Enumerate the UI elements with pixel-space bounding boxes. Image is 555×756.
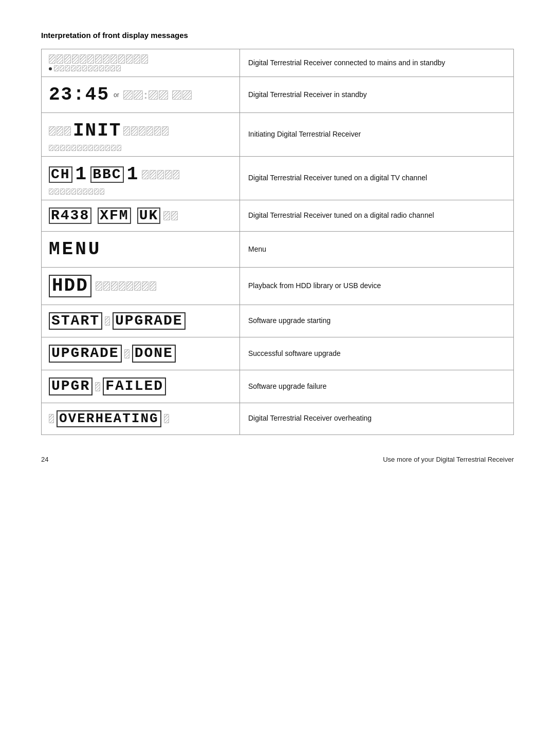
desc-cell-0: Digital Terrestrial Receiver connected t… [239,49,513,77]
display-cell-menu: MENU [42,232,240,268]
table-row: OVERHEATING Digital Terrestrial Receiver… [42,403,514,434]
display-cell-upgrade-done: UPGRADE DONE [42,337,240,370]
page-title: Interpretation of front display messages [41,31,514,40]
table-row: CH 1 BBC 1 Digital Terrestrial Rec [42,157,514,200]
table-row: UPGRADE DONE Successful software upgrade [42,337,514,370]
desc-cell-2: Initiating Digital Terrestrial Receiver [239,113,513,157]
desc-cell-9: Software upgrade failure [239,370,513,403]
table-row: R438 XFM UK Digital Terrestrial Receiver… [42,200,514,232]
desc-cell-6: Playback from HDD library or USB device [239,268,513,305]
desc-cell-5: Menu [239,232,513,268]
standby-display [49,54,232,71]
display-cell-upgr-failed: UPGR FAILED [42,370,240,403]
hdd-display: HDD [49,273,232,299]
desc-cell-10: Digital Terrestrial Receiver overheating [239,403,513,434]
display-cell-time: 23:45 or : [42,77,240,113]
display-messages-table: Digital Terrestrial Receiver connected t… [41,49,514,435]
radio-channel-display: R438 XFM UK [49,205,232,226]
desc-cell-1: Digital Terrestrial Receiver in standby [239,77,513,113]
table-row: MENU Menu [42,232,514,268]
table-row: 23:45 or : Digital Terrestrial Receiver … [42,77,514,113]
display-cell-hdd: HDD [42,268,240,305]
desc-cell-4: Digital Terrestrial Receiver tuned on a … [239,200,513,232]
time-display: 23:45 or : [49,82,232,107]
desc-cell-7: Software upgrade starting [239,305,513,337]
display-cell-overheating: OVERHEATING [42,403,240,434]
table-row: INIT Initiating Digital Terrestrial Rece… [42,113,514,157]
upgrade-done-display: UPGRADE DONE [49,343,232,365]
display-cell-tv-channel: CH 1 BBC 1 [42,157,240,200]
table-row: Digital Terrestrial Receiver connected t… [42,49,514,77]
desc-cell-3: Digital Terrestrial Receiver tuned on a … [239,157,513,200]
tv-channel-display: CH 1 BBC 1 [49,162,232,187]
init-display: INIT [49,118,232,143]
page-number: 24 [41,456,48,463]
display-cell-init: INIT [42,113,240,157]
overheating-display: OVERHEATING [49,408,232,429]
display-cell-start-upgrade: START UPGRADE [42,305,240,337]
table-row: UPGR FAILED Software upgrade failure [42,370,514,403]
table-row: HDD Playback from HDD library or USB dev… [42,268,514,305]
display-cell-radio-channel: R438 XFM UK [42,200,240,232]
table-row: START UPGRADE Software upgrade starting [42,305,514,337]
footer-text: Use more of your Digital Terrestrial Rec… [383,456,514,463]
display-cell-standby-dots [42,49,240,77]
page-footer: 24 Use more of your Digital Terrestrial … [41,456,514,463]
upgr-failed-display: UPGR FAILED [49,375,232,398]
desc-cell-8: Successful software upgrade [239,337,513,370]
menu-display: MENU [49,237,232,262]
start-upgrade-display: START UPGRADE [49,310,232,332]
